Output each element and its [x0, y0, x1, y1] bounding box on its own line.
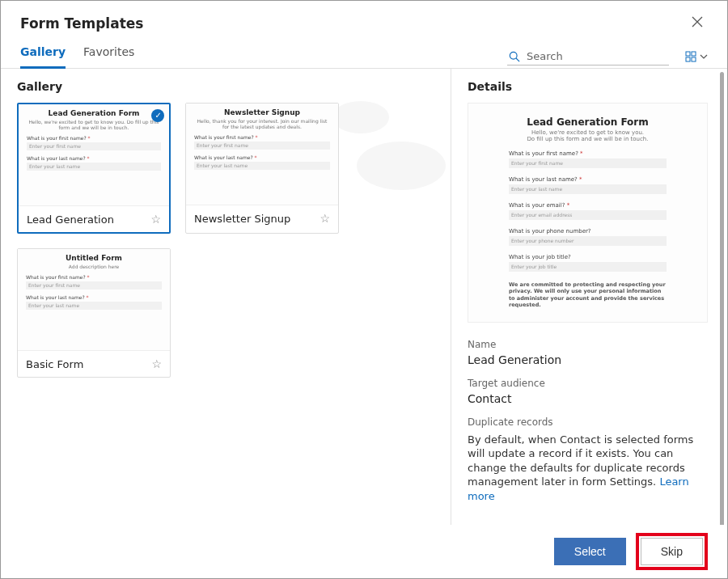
skip-button-highlight: Skip — [636, 533, 708, 570]
check-icon: ✓ — [155, 112, 162, 120]
template-name: Newsletter Signup — [194, 213, 290, 225]
gallery-heading: Gallery — [17, 80, 434, 93]
template-card-lead-generation[interactable]: ✓ Lead Generation Form Hello, we're exci… — [17, 103, 171, 234]
favorite-star-icon[interactable]: ☆ — [320, 212, 330, 225]
tab-favorites[interactable]: Favorites — [83, 45, 134, 68]
svg-rect-5 — [692, 57, 696, 61]
svg-point-0 — [510, 52, 517, 59]
meta-name-label: Name — [468, 339, 708, 350]
dialog-title: Form Templates — [20, 15, 143, 32]
close-button[interactable] — [687, 12, 708, 34]
search-icon — [509, 51, 520, 62]
details-heading: Details — [468, 80, 708, 93]
grid-icon — [685, 51, 696, 62]
svg-rect-2 — [686, 52, 690, 56]
meta-duplicate-desc: By default, when Contact is selected for… — [468, 433, 708, 504]
template-name: Basic Form — [26, 358, 83, 370]
close-icon — [692, 16, 703, 27]
tab-gallery[interactable]: Gallery — [20, 45, 66, 69]
meta-duplicate-label: Duplicate records — [468, 416, 708, 428]
search-placeholder: Search — [527, 50, 563, 62]
meta-audience-label: Target audience — [468, 378, 708, 389]
template-name: Lead Generation — [27, 213, 114, 226]
template-preview: Untitled Form Add description here What … — [18, 249, 170, 351]
favorite-star-icon[interactable]: ☆ — [151, 357, 162, 370]
meta-audience-value: Contact — [468, 392, 708, 405]
skip-button[interactable]: Skip — [641, 538, 703, 565]
search-input[interactable]: Search — [507, 48, 669, 66]
meta-name-value: Lead Generation — [468, 353, 708, 366]
favorite-star-icon[interactable]: ☆ — [150, 213, 161, 226]
svg-line-1 — [516, 58, 519, 61]
template-preview: Newsletter Signup Hello, thank you for y… — [186, 104, 338, 205]
svg-rect-3 — [692, 52, 696, 56]
select-button[interactable]: Select — [554, 538, 626, 565]
template-card-basic-form[interactable]: Untitled Form Add description here What … — [17, 248, 171, 378]
view-switcher[interactable] — [685, 51, 708, 62]
chevron-down-icon — [700, 53, 708, 61]
template-preview: ✓ Lead Generation Form Hello, we're exci… — [19, 104, 169, 206]
template-card-newsletter-signup[interactable]: Newsletter Signup Hello, thank you for y… — [185, 103, 339, 234]
details-preview: Lead Generation Form Hello, we're excite… — [468, 103, 708, 323]
svg-rect-4 — [686, 57, 690, 61]
